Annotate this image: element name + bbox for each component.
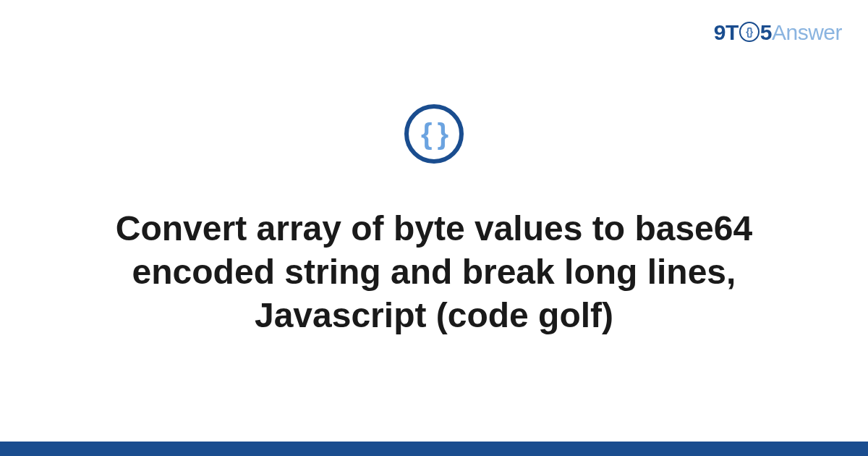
question-title: Convert array of byte values to base64 e… bbox=[72, 207, 796, 337]
topic-icon-wrap: { } bbox=[404, 104, 464, 164]
braces-icon: { } bbox=[421, 118, 447, 151]
main-content: { } Convert array of byte values to base… bbox=[0, 0, 868, 442]
topic-icon-circle: { } bbox=[404, 104, 464, 164]
bottom-accent-bar bbox=[0, 442, 868, 456]
